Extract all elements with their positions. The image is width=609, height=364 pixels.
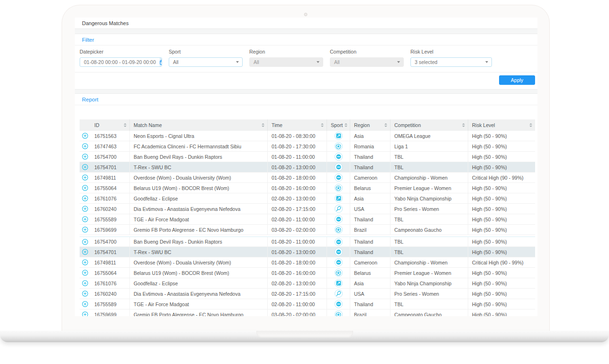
header-cell-id[interactable]: ID bbox=[91, 119, 129, 131]
tennis-icon bbox=[335, 290, 343, 298]
cell-match-name: T-Rex - SWU BC bbox=[129, 247, 267, 257]
table-row[interactable]: 16747463FC Academica Clinceni - FC Herma… bbox=[80, 141, 535, 152]
expand-row-button[interactable] bbox=[82, 143, 88, 149]
cell-region: Cameroon bbox=[350, 173, 390, 182]
expand-row-button[interactable] bbox=[82, 195, 88, 201]
cell-risk-level: High (50 - 90%) bbox=[468, 131, 535, 141]
cell-time: 02-08-20 - 11:00:00 bbox=[267, 214, 327, 224]
table-row[interactable]: 16755589TGE - Air Force Madgoat02-08-20 … bbox=[80, 214, 535, 225]
expand-row-button[interactable] bbox=[82, 270, 88, 276]
cell-competition: TBL bbox=[390, 247, 468, 257]
cell-competition: Championship - Women bbox=[390, 173, 468, 182]
cell-risk-level: High (50 - 90%) bbox=[468, 247, 535, 257]
chevron-down-icon bbox=[317, 61, 319, 63]
table-row[interactable]: 16754700Ban Bueng Devil Rays - Dunkin Ra… bbox=[80, 152, 535, 162]
cell-id: 16755589 bbox=[91, 214, 129, 224]
sport-dropdown[interactable]: All bbox=[169, 57, 243, 67]
expand-row-button[interactable] bbox=[82, 239, 88, 245]
plus-circle-icon bbox=[82, 227, 88, 233]
table-row[interactable]: 16754700Ban Bueng Devil Rays - Dunkin Ra… bbox=[80, 237, 535, 247]
cell-region: Thailand bbox=[350, 299, 390, 309]
cell-competition: TBL bbox=[390, 162, 468, 172]
plus-circle-icon bbox=[82, 174, 88, 181]
cell-sport bbox=[327, 204, 350, 214]
competition-value: All bbox=[330, 59, 344, 65]
plus-circle-icon bbox=[82, 133, 88, 139]
table-row[interactable]: 16749811Overdose (Wom) - Douala Universi… bbox=[80, 173, 535, 183]
header-cell-sport[interactable]: Sport bbox=[327, 119, 350, 131]
expand-row-button[interactable] bbox=[82, 216, 88, 222]
expand-row-button[interactable] bbox=[82, 154, 88, 160]
table-row[interactable]: 16755064Belarus U19 (Wom) - BOCOR Brest … bbox=[80, 268, 535, 278]
basketball-icon bbox=[335, 173, 343, 182]
cell-id: 16754700 bbox=[91, 152, 129, 162]
table-row[interactable]: 16754701T-Rex - SWU BC01-08-20 - 13:00:0… bbox=[80, 247, 535, 257]
cell-sport bbox=[327, 173, 350, 182]
cell-id: 16761076 bbox=[91, 278, 129, 288]
cell-competition: OMEGA League bbox=[390, 131, 468, 141]
expand-row-button[interactable] bbox=[82, 206, 88, 212]
cell-risk-level: High (50 - 90%) bbox=[468, 193, 535, 203]
cell-competition: TBL bbox=[390, 237, 468, 246]
cell-region: Cameroon bbox=[350, 257, 390, 267]
sort-icon bbox=[529, 123, 532, 127]
cell-region: USA bbox=[350, 289, 390, 299]
plus-circle-icon bbox=[82, 164, 88, 170]
expand-row-button[interactable] bbox=[82, 311, 88, 316]
calendar-button[interactable] bbox=[160, 58, 162, 66]
basketball-icon bbox=[335, 238, 343, 246]
risk-level-dropdown[interactable]: 3 selected bbox=[410, 57, 492, 67]
table-row[interactable]: 16749811Overdose (Wom) - Douala Universi… bbox=[80, 257, 535, 268]
cell-region: Brazil bbox=[350, 225, 390, 235]
expand-row-button[interactable] bbox=[82, 291, 88, 297]
expand-row-button[interactable] bbox=[82, 133, 88, 139]
cell-id: 16759699 bbox=[91, 309, 129, 316]
table-row[interactable]: 16760240Dia Evtimova - Anastasia Evgenye… bbox=[80, 204, 535, 214]
cell-id: 16755064 bbox=[91, 183, 129, 193]
plus-circle-icon bbox=[82, 259, 88, 265]
cell-id: 16761076 bbox=[91, 193, 129, 203]
cell-match-name: Dia Evtimova - Anastasia Evgenyevna Nefe… bbox=[129, 204, 267, 214]
datepicker-input[interactable]: 01-08-20 00:00 - 01-09-20 00:00 bbox=[80, 57, 162, 67]
cell-risk-level: High (50 - 90%) bbox=[468, 309, 535, 316]
header-cell-expand bbox=[80, 119, 91, 131]
cell-region: Thailand bbox=[350, 237, 390, 246]
table-row[interactable]: 16755064Belarus U19 (Wom) - BOCOR Brest … bbox=[80, 183, 535, 193]
sort-icon bbox=[262, 123, 264, 127]
cell-match-name: Goodfellaz - Eclipse bbox=[129, 193, 267, 203]
header-cell-competition[interactable]: Competition bbox=[390, 119, 468, 131]
esports-icon bbox=[335, 132, 343, 140]
cell-time: 01-08-20 - 16:00:00 bbox=[267, 183, 327, 193]
table-row[interactable]: 16759699Gremio FB Porto Alegrense - EC N… bbox=[80, 309, 535, 316]
expand-row-button[interactable] bbox=[82, 164, 88, 170]
expand-row-button[interactable] bbox=[82, 227, 88, 233]
filter-label-datepicker: Datepicker bbox=[80, 49, 162, 55]
cell-region: Romania bbox=[350, 141, 390, 151]
expand-row-button[interactable] bbox=[82, 259, 88, 265]
basketball-icon bbox=[335, 258, 343, 266]
header-label-risk: Risk Level bbox=[472, 122, 495, 128]
table-row[interactable]: 16754701T-Rex - SWU BC01-08-20 - 13:00:0… bbox=[80, 162, 535, 173]
table-row[interactable]: 16761076Goodfellaz - Eclipse02-08-20 - 1… bbox=[80, 193, 535, 204]
table-row[interactable]: 16755589TGE - Air Force Madgoat02-08-20 … bbox=[80, 299, 535, 309]
cell-sport bbox=[327, 268, 350, 278]
header-cell-risk[interactable]: Risk Level bbox=[468, 119, 535, 131]
expand-row-button[interactable] bbox=[82, 280, 88, 286]
cell-time: 01-08-20 - 13:00:00 bbox=[267, 162, 327, 172]
expand-row-button[interactable] bbox=[82, 174, 88, 181]
cell-region: Asia bbox=[350, 131, 390, 141]
header-cell-match[interactable]: Match Name bbox=[129, 119, 267, 131]
expand-row-button[interactable] bbox=[82, 185, 88, 191]
apply-button[interactable]: Apply bbox=[499, 75, 535, 85]
table-row[interactable]: 16759699Gremio FB Porto Alegrense - EC N… bbox=[80, 225, 535, 235]
table-row[interactable]: 16760240Dia Evtimova - Anastasia Evgenye… bbox=[80, 289, 535, 299]
expand-row-button[interactable] bbox=[82, 249, 88, 255]
table-row[interactable]: 16751563Neon Esports - Cignal Ultra01-08… bbox=[80, 131, 535, 141]
soccer-icon bbox=[335, 269, 343, 277]
header-cell-time[interactable]: Time bbox=[267, 119, 327, 131]
table-row[interactable]: 16761076Goodfellaz - Eclipse02-08-20 - 1… bbox=[80, 278, 535, 289]
header-cell-region[interactable]: Region bbox=[350, 119, 390, 131]
plus-circle-icon bbox=[82, 185, 88, 191]
expand-row-button[interactable] bbox=[82, 301, 88, 307]
soccer-icon bbox=[335, 142, 343, 150]
